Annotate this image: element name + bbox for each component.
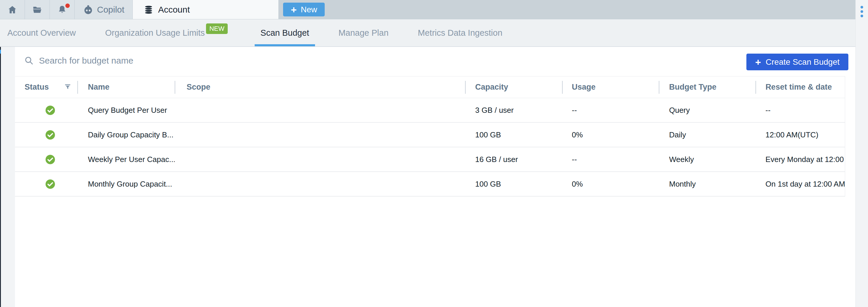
plus-icon: + xyxy=(291,5,297,14)
scope-cell xyxy=(175,123,465,147)
account-window-tab[interactable]: Account xyxy=(133,0,278,19)
kebab-dot xyxy=(861,14,863,17)
table-row[interactable]: Weekly Per User Capac... 16 GB / user --… xyxy=(15,147,845,172)
tab-account-overview[interactable]: Account Overview xyxy=(7,19,76,46)
column-label: Name xyxy=(88,83,110,92)
capacity-cell: 100 GB xyxy=(465,172,562,196)
name-cell: Weekly Per User Capac... xyxy=(78,147,175,172)
usage-cell: -- xyxy=(562,147,659,172)
tab-label: Organization Usage Limits xyxy=(105,28,205,38)
status-cell xyxy=(15,98,78,122)
capacity-cell: 3 GB / user xyxy=(465,98,562,122)
database-icon xyxy=(144,5,153,14)
name-cell: Daily Group Capacity B... xyxy=(78,123,175,147)
column-header-usage: Usage xyxy=(562,76,659,98)
scope-cell xyxy=(175,147,465,172)
reset-time-cell: 12:00 AM(UTC) xyxy=(755,123,845,147)
more-options-button[interactable] xyxy=(860,5,865,19)
status-cell xyxy=(15,123,78,147)
table-row[interactable]: Query Budget Per User 3 GB / user -- Que… xyxy=(15,98,845,123)
create-scan-budget-button[interactable]: + Create Scan Budget xyxy=(746,54,848,70)
tab-metrics-data-ingestion[interactable]: Metrics Data Ingestion xyxy=(418,19,503,46)
column-label: Scope xyxy=(187,83,210,92)
kebab-dot xyxy=(861,6,863,8)
column-header-name: Name xyxy=(78,76,175,98)
column-header-scope: Scope xyxy=(175,76,465,98)
status-active-icon xyxy=(45,105,55,115)
notification-dot xyxy=(65,3,70,8)
tab-scan-budget[interactable]: Scan Budget xyxy=(260,19,309,46)
copilot-button[interactable]: Copilot xyxy=(75,0,133,19)
column-header-reset-time: Reset time & date xyxy=(755,76,845,98)
table-row[interactable]: Daily Group Capacity B... 100 GB 0% Dail… xyxy=(15,123,845,147)
scan-budget-table: Status Name Scope Capacity Usage Budget … xyxy=(15,76,845,196)
budget-type-cell: Daily xyxy=(659,123,755,147)
scan-budget-panel: + Create Scan Budget Status Name Scope C… xyxy=(15,47,856,307)
copilot-robot-icon xyxy=(83,4,93,15)
column-label: Status xyxy=(25,83,49,92)
search-box xyxy=(24,56,262,66)
tab-label: Account Overview xyxy=(7,28,76,38)
search-icon xyxy=(24,56,34,65)
tab-organization-usage-limits[interactable]: Organization Usage Limits NEW xyxy=(105,19,205,46)
search-input[interactable] xyxy=(39,56,262,66)
reset-time-cell: Every Monday at 12:00 AM(UTC) xyxy=(755,147,845,172)
status-cell xyxy=(15,147,78,172)
tab-manage-plan[interactable]: Manage Plan xyxy=(338,19,389,46)
reset-time-cell: -- xyxy=(755,98,845,122)
budget-type-cell: Query xyxy=(659,98,755,122)
new-button[interactable]: + New xyxy=(283,3,325,17)
home-button[interactable] xyxy=(0,0,25,19)
scope-cell xyxy=(175,172,465,196)
files-button[interactable] xyxy=(25,0,50,19)
notifications-button[interactable] xyxy=(50,0,75,19)
folder-icon xyxy=(32,5,42,14)
column-label: Reset time & date xyxy=(766,83,832,92)
scope-cell xyxy=(175,98,465,122)
name-cell: Query Budget Per User xyxy=(78,98,175,122)
status-active-icon xyxy=(45,130,55,140)
left-gutter xyxy=(1,47,15,307)
table-row[interactable]: Monthly Group Capacit... 100 GB 0% Month… xyxy=(15,172,845,196)
plus-icon: + xyxy=(755,57,761,67)
top-bar: Copilot Account + New xyxy=(0,0,856,19)
tab-label: Scan Budget xyxy=(260,28,309,38)
tab-label: Manage Plan xyxy=(338,28,389,38)
usage-cell: 0% xyxy=(562,123,659,147)
kebab-dot xyxy=(861,10,863,13)
budget-type-cell: Monthly xyxy=(659,172,755,196)
home-icon xyxy=(8,5,17,14)
tab-label: Metrics Data Ingestion xyxy=(418,28,503,38)
capacity-cell: 16 GB / user xyxy=(465,147,562,172)
status-active-icon xyxy=(45,179,55,189)
create-button-label: Create Scan Budget xyxy=(766,57,840,67)
column-header-budget-type: Budget Type xyxy=(659,76,755,98)
filter-icon[interactable] xyxy=(64,84,71,91)
new-button-label: New xyxy=(301,5,317,14)
right-rail xyxy=(856,0,868,307)
column-label: Usage xyxy=(572,83,595,92)
scan-budget-toolbar: + Create Scan Budget xyxy=(15,47,856,76)
account-tab-label: Account xyxy=(158,5,190,14)
status-cell xyxy=(15,172,78,196)
usage-cell: -- xyxy=(562,98,659,122)
copilot-label: Copilot xyxy=(97,5,124,14)
top-bar-background: + New xyxy=(278,0,856,19)
reset-time-cell: On 1st day at 12:00 AM(UTC) xyxy=(755,172,845,196)
global-icon-strip: Copilot xyxy=(0,0,133,19)
column-label: Capacity xyxy=(475,83,508,92)
column-header-capacity: Capacity xyxy=(465,76,562,98)
column-header-status: Status xyxy=(15,76,78,98)
new-badge: NEW xyxy=(206,24,227,34)
account-section-tabs: Account Overview Organization Usage Limi… xyxy=(0,19,856,47)
status-active-icon xyxy=(45,154,55,165)
name-cell: Monthly Group Capacit... xyxy=(78,172,175,196)
usage-cell: 0% xyxy=(562,172,659,196)
budget-type-cell: Weekly xyxy=(659,147,755,172)
capacity-cell: 100 GB xyxy=(465,123,562,147)
column-label: Budget Type xyxy=(669,83,716,92)
table-header: Status Name Scope Capacity Usage Budget … xyxy=(15,76,845,98)
